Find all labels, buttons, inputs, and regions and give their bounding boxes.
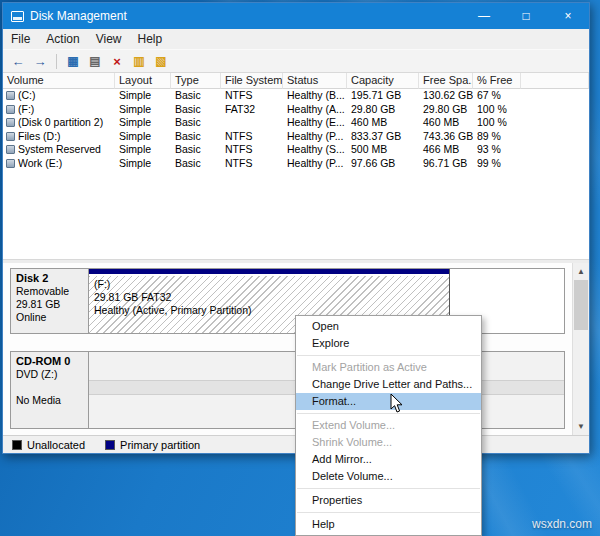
context-menu: Open Explore Mark Partition as Active Ch… [295, 315, 482, 536]
menu-help[interactable]: Help [130, 30, 171, 48]
menu-item-explore[interactable]: Explore [296, 335, 481, 352]
title-bar[interactable]: Disk Management — □ × [3, 3, 589, 29]
volume-label: Files (D:) [18, 130, 61, 144]
cell-type: Basic [171, 89, 221, 103]
disk-media: Removable [16, 285, 83, 298]
column-volume[interactable]: Volume [3, 73, 115, 89]
cell-capacity: 29.80 GB [347, 103, 419, 117]
cdrom-0-info[interactable]: CD-ROM 0 DVD (Z:) No Media [11, 352, 89, 428]
cell-pct: 100 % [473, 116, 521, 130]
column-layout[interactable]: Layout [115, 73, 171, 89]
cell-fs: NTFS [221, 143, 283, 157]
disk-size: 29.81 GB [16, 298, 83, 311]
menu-item-format[interactable]: Format... [296, 393, 481, 410]
drive-icon [6, 132, 15, 141]
close-button[interactable]: × [547, 3, 589, 29]
toolbar: ← → ▦ ▤ × ▥ ▧ [3, 49, 589, 73]
cell-pct: 89 % [473, 130, 521, 144]
menu-separator [297, 355, 480, 356]
table-row[interactable]: (Disk 0 partition 2) Simple Basic Health… [3, 116, 589, 130]
menu-bar: File Action View Help [3, 29, 589, 49]
unallocated-swatch [12, 440, 22, 450]
menu-item-add-mirror[interactable]: Add Mirror... [296, 451, 481, 468]
menu-action[interactable]: Action [38, 30, 87, 48]
disk-2-info[interactable]: Disk 2 Removable 29.81 GB Online [11, 269, 89, 333]
cell-fs: NTFS [221, 157, 283, 171]
menu-item-help[interactable]: Help [296, 516, 481, 533]
cell-free: 460 MB [419, 116, 473, 130]
cell-free: 743.36 GB [419, 130, 473, 144]
cell-type: Basic [171, 157, 221, 171]
folder-open-icon[interactable]: ▧ [151, 51, 171, 71]
menu-item-change-drive-letter[interactable]: Change Drive Letter and Paths... [296, 376, 481, 393]
toolbar-separator [56, 54, 57, 69]
maximize-button[interactable]: □ [505, 3, 547, 29]
delete-icon[interactable]: × [107, 51, 127, 71]
minimize-button[interactable]: — [463, 3, 505, 29]
folder-icon[interactable]: ▥ [129, 51, 149, 71]
cell-type: Basic [171, 116, 221, 130]
column-type[interactable]: Type [171, 73, 221, 89]
cell-pct: 100 % [473, 103, 521, 117]
cell-layout: Simple [115, 157, 171, 171]
menu-item-mark-partition-active: Mark Partition as Active [296, 359, 481, 376]
cell-layout: Simple [115, 143, 171, 157]
cell-free: 130.62 GB [419, 89, 473, 103]
cdrom-media: DVD (Z:) [16, 368, 83, 381]
cell-fs: FAT32 [221, 103, 283, 117]
column-status[interactable]: Status [283, 73, 347, 89]
cell-capacity: 195.71 GB [347, 89, 419, 103]
vertical-scrollbar[interactable]: ▲ ▼ [572, 263, 589, 435]
console-window-icon[interactable]: ▦ [63, 51, 83, 71]
scroll-down-icon[interactable]: ▼ [573, 418, 589, 435]
menu-file[interactable]: File [3, 30, 38, 48]
column-pct-free[interactable]: % Free [473, 73, 521, 89]
menu-separator [297, 488, 480, 489]
cell-capacity: 460 MB [347, 116, 419, 130]
scroll-up-icon[interactable]: ▲ [573, 263, 589, 280]
cell-pct: 67 % [473, 89, 521, 103]
mouse-cursor [390, 393, 406, 419]
cell-free: 466 MB [419, 143, 473, 157]
cell-layout: Simple [115, 103, 171, 117]
cell-type: Basic [171, 130, 221, 144]
menu-item-shrink-volume: Shrink Volume... [296, 434, 481, 451]
column-file-system[interactable]: File System [221, 73, 283, 89]
watermark: wsxdn.com [532, 517, 592, 531]
unallocated-label: Unallocated [27, 439, 85, 451]
menu-item-open[interactable]: Open [296, 318, 481, 335]
table-row[interactable]: Files (D:) Simple Basic NTFS Healthy (P.… [3, 130, 589, 144]
back-icon[interactable]: ← [8, 51, 28, 71]
cell-capacity: 97.66 GB [347, 157, 419, 171]
disk-status: Online [16, 311, 83, 324]
cell-pct: 99 % [473, 157, 521, 171]
menu-item-extend-volume: Extend Volume... [296, 417, 481, 434]
column-filler [521, 73, 589, 89]
drive-icon [6, 145, 15, 154]
column-free-space[interactable]: Free Spa... [419, 73, 473, 89]
cell-status: Healthy (E... [283, 116, 347, 130]
cell-layout: Simple [115, 116, 171, 130]
partition-detail: 29.81 GB FAT32 [94, 291, 444, 304]
cell-type: Basic [171, 103, 221, 117]
scrollbar-thumb[interactable] [574, 280, 588, 330]
menu-item-delete-volume[interactable]: Delete Volume... [296, 468, 481, 485]
cell-free: 96.71 GB [419, 157, 473, 171]
primary-partition-color-bar [89, 269, 449, 275]
forward-icon[interactable]: → [30, 51, 50, 71]
table-header: Volume Layout Type File System Status Ca… [3, 73, 589, 89]
cell-fs: NTFS [221, 130, 283, 144]
column-capacity[interactable]: Capacity [347, 73, 419, 89]
table-row[interactable]: System Reserved Simple Basic NTFS Health… [3, 143, 589, 157]
cdrom-status: No Media [16, 394, 83, 407]
window-title: Disk Management [30, 9, 127, 23]
properties-icon[interactable]: ▤ [85, 51, 105, 71]
disk-name: Disk 2 [16, 272, 83, 285]
menu-view[interactable]: View [88, 30, 130, 48]
table-row[interactable]: (F:) Simple Basic FAT32 Healthy (A... 29… [3, 103, 589, 117]
table-row[interactable]: Work (E:) Simple Basic NTFS Healthy (P..… [3, 157, 589, 171]
menu-item-properties[interactable]: Properties [296, 492, 481, 509]
cell-capacity: 500 MB [347, 143, 419, 157]
table-row[interactable]: (C:) Simple Basic NTFS Healthy (B... 195… [3, 89, 589, 103]
partition-label: (F:) [94, 278, 444, 291]
